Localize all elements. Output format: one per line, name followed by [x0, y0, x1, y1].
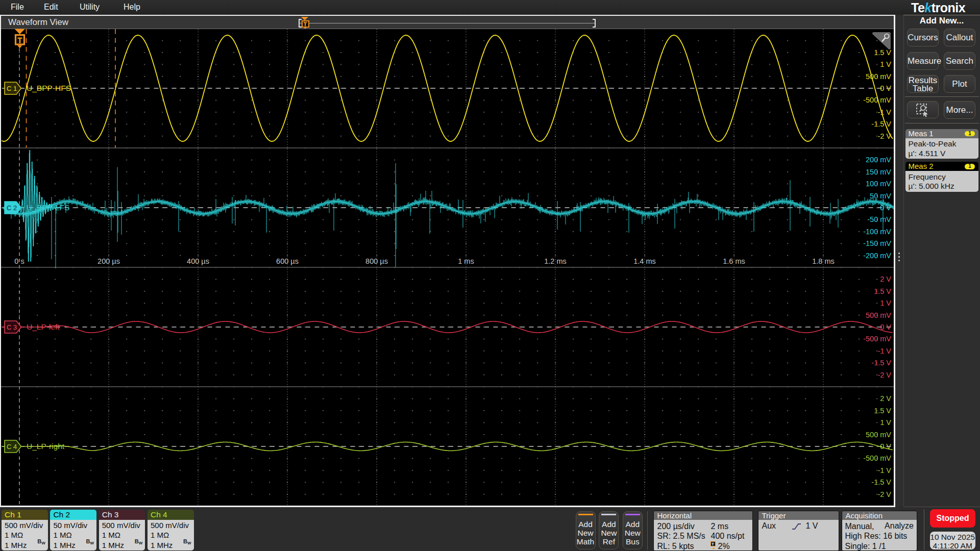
svg-text:-1.5 V: -1.5 V — [871, 120, 891, 128]
svg-text:1.5 V: 1.5 V — [874, 48, 891, 57]
svg-text:1.4 ms: 1.4 ms — [633, 257, 656, 265]
svg-text:U_LP-left: U_LP-left — [27, 322, 60, 331]
svg-text:-2 V: -2 V — [877, 371, 891, 379]
svg-text:-2 V: -2 V — [877, 132, 891, 140]
svg-text:2 V: 2 V — [880, 275, 891, 283]
svg-text:500 mV: 500 mV — [866, 431, 891, 439]
svg-text:-200 mV: -200 mV — [863, 252, 891, 260]
svg-text:100 mV: 100 mV — [866, 180, 891, 188]
svg-text:-1 V: -1 V — [877, 466, 891, 474]
svg-text:1.6 ms: 1.6 ms — [723, 257, 745, 265]
svg-text:C 1: C 1 — [7, 85, 17, 92]
svg-text:200 mV: 200 mV — [866, 156, 891, 164]
svg-text:-50 mV: -50 mV — [867, 215, 891, 223]
svg-text:-500 mV: -500 mV — [863, 96, 891, 104]
svg-text:0 V: 0 V — [880, 204, 891, 212]
svg-text:1 V: 1 V — [880, 299, 891, 307]
svg-text:U_BPP-LFS: U_BPP-LFS — [27, 203, 69, 212]
svg-text:200 µs: 200 µs — [97, 257, 120, 265]
svg-text:800 µs: 800 µs — [365, 257, 388, 265]
svg-text:-500 mV: -500 mV — [863, 454, 891, 462]
svg-text:0 s: 0 s — [14, 257, 24, 265]
svg-text:U_BPP-HFS: U_BPP-HFS — [27, 84, 71, 92]
svg-text:0 V: 0 V — [880, 323, 891, 331]
svg-text:50 mV: 50 mV — [870, 192, 891, 200]
svg-text:-500 mV: -500 mV — [863, 335, 891, 343]
svg-text:-100 mV: -100 mV — [863, 228, 891, 236]
svg-text:-1.5 V: -1.5 V — [871, 478, 891, 486]
svg-text:1.2 ms: 1.2 ms — [544, 257, 567, 265]
svg-text:-150 mV: -150 mV — [863, 239, 891, 247]
svg-text:-1 V: -1 V — [877, 108, 891, 116]
svg-text:0 V: 0 V — [880, 84, 891, 92]
svg-text:500 mV: 500 mV — [866, 72, 891, 81]
svg-text:C 2: C 2 — [7, 204, 17, 212]
svg-text:1 ms: 1 ms — [458, 257, 474, 265]
svg-text:C 3: C 3 — [7, 323, 17, 331]
svg-text:C 4: C 4 — [7, 443, 17, 450]
svg-text:1 V: 1 V — [880, 60, 891, 68]
svg-text:-1 V: -1 V — [877, 347, 891, 355]
svg-text:150 mV: 150 mV — [866, 168, 891, 176]
svg-text:-2 V: -2 V — [877, 490, 891, 498]
svg-text:-1.5 V: -1.5 V — [871, 359, 891, 367]
svg-text:1.5 V: 1.5 V — [874, 287, 891, 295]
svg-text:U_LP-right: U_LP-right — [27, 442, 65, 450]
svg-text:400 µs: 400 µs — [187, 257, 209, 265]
svg-text:0 V: 0 V — [880, 442, 891, 450]
svg-text:1.5 V: 1.5 V — [874, 407, 891, 415]
svg-text:1 V: 1 V — [880, 418, 891, 427]
svg-text:600 µs: 600 µs — [276, 257, 299, 265]
svg-text:2 V: 2 V — [880, 394, 891, 403]
svg-text:1.8 ms: 1.8 ms — [812, 257, 835, 265]
svg-text:500 mV: 500 mV — [866, 311, 891, 319]
